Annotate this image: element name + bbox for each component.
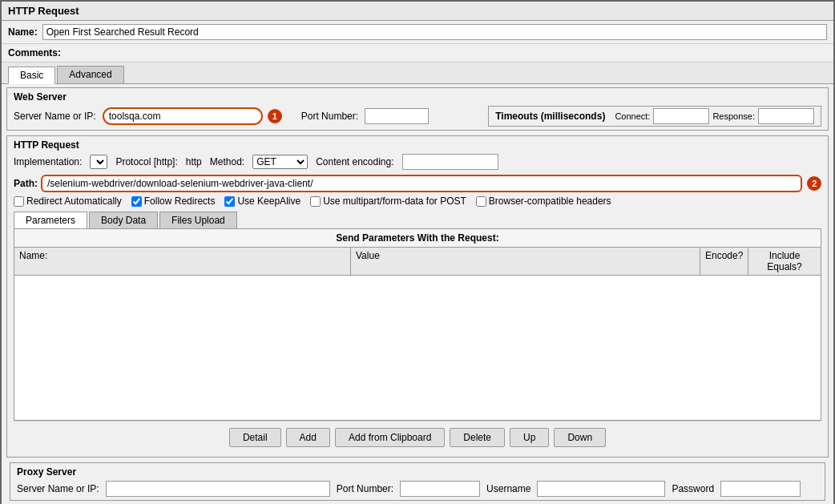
name-input[interactable] xyxy=(42,24,827,40)
port-label: Port Number: xyxy=(301,111,358,122)
tab-advanced[interactable]: Advanced xyxy=(57,66,123,83)
params-header: Send Parameters With the Request: xyxy=(14,229,821,248)
browser-compat-checkbox[interactable] xyxy=(476,196,486,207)
use-multipart-checkbox[interactable] xyxy=(310,196,321,207)
server-name-label: Server Name or IP: xyxy=(14,111,96,122)
method-select[interactable]: GET POST PUT DELETE xyxy=(252,155,308,169)
method-label: Method: xyxy=(210,156,244,167)
col-name-header: Name: xyxy=(14,248,351,275)
timeouts-label: Timeouts (milliseconds) xyxy=(495,111,605,122)
use-keepalive-label: Use KeepAlive xyxy=(237,196,301,207)
implementation-label: Implementation: xyxy=(14,156,82,167)
path-label: Path: xyxy=(14,178,38,189)
web-server-title: Web Server xyxy=(14,91,67,103)
detail-button[interactable]: Detail xyxy=(229,428,281,447)
proxy-username-input[interactable] xyxy=(537,481,665,497)
port-input[interactable] xyxy=(365,108,429,124)
browser-compat-label: Browser-compatible headers xyxy=(489,196,611,207)
badge-2: 2 xyxy=(807,176,821,191)
add-button[interactable]: Add xyxy=(286,428,330,447)
proxy-password-input[interactable] xyxy=(720,481,801,497)
proxy-server-label: Server Name or IP: xyxy=(17,483,99,494)
http-request-title: HTTP Request xyxy=(14,139,821,151)
col-encode-header: Encode? xyxy=(700,248,748,275)
tab-basic[interactable]: Basic xyxy=(8,67,55,84)
connect-label: Connect: xyxy=(615,111,650,121)
follow-redirects-checkbox[interactable] xyxy=(131,196,142,207)
proxy-port-input[interactable] xyxy=(400,481,480,497)
add-from-clipboard-button[interactable]: Add from Clipboard xyxy=(335,428,445,447)
content-enc-input[interactable] xyxy=(402,154,498,170)
comments-label: Comments: xyxy=(8,47,61,58)
redirect-auto-label: Redirect Automatically xyxy=(26,196,122,207)
proxy-username-label: Username xyxy=(486,483,530,494)
connect-input[interactable] xyxy=(653,108,709,124)
response-input[interactable] xyxy=(758,108,814,124)
protocol-value: http xyxy=(186,156,202,167)
delete-button[interactable]: Delete xyxy=(450,428,505,447)
badge-1: 1 xyxy=(268,109,282,123)
down-button[interactable]: Down xyxy=(554,428,606,447)
use-keepalive-checkbox[interactable] xyxy=(224,196,235,207)
content-enc-label: Content encoding: xyxy=(316,156,393,167)
proxy-password-label: Password xyxy=(672,483,714,494)
proxy-port-label: Port Number: xyxy=(337,483,393,494)
up-button[interactable]: Up xyxy=(510,428,549,447)
proxy-server-input[interactable] xyxy=(106,481,330,497)
sub-tab-body-data[interactable]: Body Data xyxy=(89,212,158,228)
use-multipart-label: Use multipart/form-data for POST xyxy=(323,196,466,207)
response-label: Response: xyxy=(712,111,755,121)
sub-tab-files-upload[interactable]: Files Upload xyxy=(159,212,237,228)
proxy-server-title: Proxy Server xyxy=(17,466,818,478)
name-label: Name: xyxy=(8,26,38,38)
col-include-header: Include Equals? xyxy=(748,248,821,275)
page-title: HTTP Request xyxy=(2,2,833,21)
sub-tab-parameters[interactable]: Parameters xyxy=(14,212,87,228)
params-body xyxy=(14,276,821,420)
protocol-label: Protocol [http]: xyxy=(115,156,177,167)
path-input[interactable] xyxy=(41,175,802,192)
implementation-select[interactable] xyxy=(90,155,107,169)
redirect-auto-checkbox[interactable] xyxy=(14,196,24,207)
server-name-input[interactable] xyxy=(103,107,263,125)
follow-redirects-label: Follow Redirects xyxy=(144,196,216,207)
col-value-header: Value xyxy=(351,248,700,275)
